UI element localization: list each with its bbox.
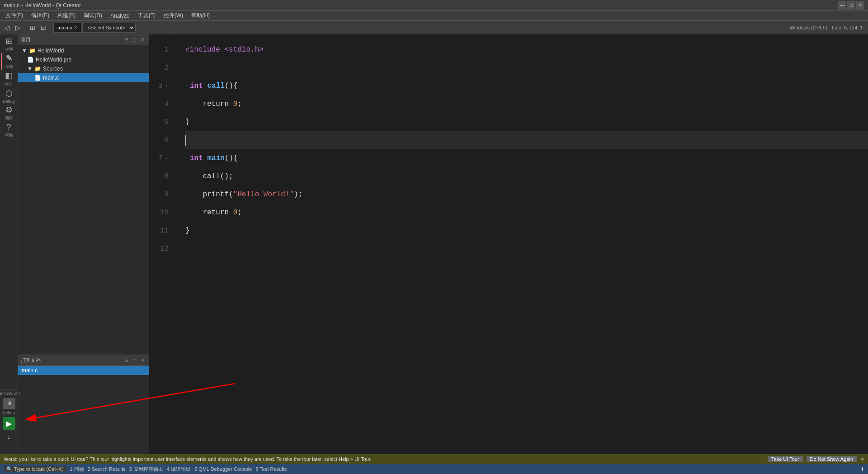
tb-sep-2	[51, 24, 51, 32]
symbol-selector[interactable]: <Select Symbol>	[82, 23, 136, 33]
tree-item-mainc[interactable]: 📄 main.c	[18, 73, 149, 82]
return-val-4: 0	[233, 95, 238, 113]
open-docs-expand-btn[interactable]: □	[131, 357, 138, 364]
test-results-tab[interactable]: 8 Test Results	[255, 466, 287, 472]
menu-item-d[interactable]: 调试(D)	[80, 11, 106, 20]
design-icon: ◧	[5, 71, 13, 81]
line-num-11: 11	[149, 222, 169, 240]
open-docs-icons: ⊟ □ ✕	[123, 357, 146, 364]
project-icon: 📁	[29, 47, 36, 54]
include-keyword: #include	[185, 41, 220, 59]
compile-output-tab[interactable]: 4 编译输出	[167, 466, 191, 473]
line-num-7: 7	[149, 149, 169, 167]
code-line-2	[185, 59, 868, 77]
maximize-button[interactable]: □	[847, 1, 855, 9]
editor-tab-close[interactable]: ✕	[74, 25, 77, 30]
line-num-4: 4	[149, 95, 169, 113]
issues-tab[interactable]: 1 问题	[70, 466, 84, 473]
line-ending-indicator: Windows (CRLF)	[789, 25, 827, 30]
menu-item-e[interactable]: 编辑(E)	[28, 11, 53, 20]
sources-name: Sources	[43, 66, 63, 72]
sidebar-item-design[interactable]: ◧ 设计	[1, 71, 17, 87]
search-input-area[interactable]: 🔍 Type to locate (Ctrl+K)	[4, 466, 66, 472]
code-line-4: return 0 ;	[185, 95, 868, 113]
toolbar-split[interactable]: ⊞	[28, 23, 38, 33]
tour-close-icon[interactable]: ✕	[860, 456, 864, 462]
menu-item-t[interactable]: 工具(T)	[134, 11, 159, 20]
search-placeholder: Type to locate (Ctrl+K)	[14, 466, 64, 472]
line-numbers: 1 2 3 4 5 6 7 8 9 10 11 12	[149, 34, 176, 454]
file-panel-close-btn[interactable]: ✕	[139, 36, 146, 43]
menu-item-f[interactable]: 文件(F)	[2, 11, 27, 20]
file-panel-filter-btn[interactable]: ⊟	[123, 36, 130, 43]
open-doc-mainc[interactable]: main.c	[18, 366, 149, 375]
main-fn-name: main	[207, 149, 224, 167]
menu-item-b[interactable]: 构建(B)	[54, 11, 79, 20]
file-panel-header: 项目 ⊟ □ ✕	[18, 34, 149, 45]
toolbar-back[interactable]: ◁	[2, 23, 12, 33]
sidebar-item-edit[interactable]: ✎ 编辑	[1, 53, 17, 70]
menu-item-analyze[interactable]: Analyze	[107, 12, 133, 20]
return-keyword-4: return	[203, 95, 229, 113]
fold-arrow-7[interactable]: ·	[185, 149, 188, 167]
dismiss-tour-button[interactable]: Do Not Show Again	[807, 456, 857, 462]
line-num-12: 12	[149, 240, 169, 258]
step-button[interactable]: ↓	[3, 431, 15, 442]
fold-arrow-3[interactable]: ·	[185, 77, 188, 95]
sidebar-item-help[interactable]: ? 帮助	[1, 122, 17, 138]
line-num-2: 2	[149, 59, 169, 77]
menu-item-h[interactable]: 帮助(H)	[188, 11, 213, 20]
line-num-10: 10	[149, 204, 169, 222]
line-num-3: 3	[149, 77, 169, 95]
code-line-8: call();	[185, 167, 868, 185]
code-editor[interactable]: 1 2 3 4 5 6 7 8 9 10 11 12 #include <std…	[149, 34, 868, 454]
window-controls: — □ ✕	[838, 1, 864, 9]
code-area[interactable]: 1 2 3 4 5 6 7 8 9 10 11 12 #include <std…	[149, 34, 868, 454]
tb-sep-1	[25, 24, 25, 32]
run-button[interactable]: ▶	[3, 417, 15, 430]
open-docs-title: 打开文档	[21, 357, 41, 364]
line-num-6: 6	[149, 131, 169, 149]
tree-item-sources[interactable]: ▼ 📁 Sources	[18, 64, 149, 73]
tree-item-pro[interactable]: 📄 HelloWorld.pro	[18, 55, 149, 64]
sidebar-projects-label: 项目	[5, 115, 13, 121]
editor-tab-main[interactable]: main.c ✕	[53, 23, 81, 33]
qml-debugger-tab[interactable]: 5 QML Debugger Console	[194, 466, 252, 472]
open-docs-header: 打开文档 ⊟ □ ✕	[18, 355, 149, 366]
pro-icon: 📄	[27, 57, 34, 63]
tour-actions: Take UI Tour Do Not Show Again ✕	[766, 456, 864, 462]
menubar: 文件(F)编辑(E)构建(B)调试(D)Analyze工具(T)控件(W)帮助(…	[0, 11, 868, 21]
tree-item-helloworld[interactable]: ▼ 📁 HelloWorld	[18, 46, 149, 55]
search-results-tab[interactable]: 2 Search Results	[88, 466, 126, 472]
file-panel-header-icons: ⊟ □ ✕	[123, 36, 146, 43]
toolbar-nav[interactable]: ⊟	[38, 23, 48, 33]
sidebar-item-projects[interactable]: ⚙ 项目	[1, 105, 17, 121]
close-brace-5: }	[185, 113, 190, 131]
sidebar-item-welcome[interactable]: ⊞ 欢迎	[1, 36, 17, 52]
app-output-tab[interactable]: 3 应用程序输出	[129, 466, 163, 473]
project-name: HelloWorld	[38, 47, 64, 54]
take-tour-button[interactable]: Take UI Tour	[768, 456, 803, 462]
titlebar: main.c - HelloWorld - Qt Creator — □ ✕	[0, 0, 868, 11]
sidebar-debug-label: Debug	[3, 99, 15, 104]
minimize-button[interactable]: —	[838, 1, 846, 9]
code-line-5: }	[185, 113, 868, 131]
file-panel-expand-btn[interactable]: □	[131, 36, 138, 43]
close-brace-11: }	[185, 222, 190, 240]
cursor-caret	[185, 135, 186, 146]
window-title: main.c - HelloWorld - Qt Creator	[4, 2, 81, 9]
file-tree: ▼ 📁 HelloWorld 📄 HelloWorld.pro ▼ 📁 Sour…	[18, 45, 149, 355]
open-docs-close-btn[interactable]: ✕	[139, 357, 146, 364]
open-docs-filter-btn[interactable]: ⊟	[123, 357, 130, 364]
return-val-10: 0	[233, 204, 238, 222]
menu-item-w[interactable]: 控件(W)	[160, 11, 187, 20]
call-fn-name: call	[207, 77, 224, 95]
toolbar-forward[interactable]: ▷	[13, 23, 23, 33]
line-num-1: 1	[149, 41, 169, 59]
sidebar-item-debug[interactable]: ⬡ Debug	[1, 88, 17, 104]
project-expand-icon: ▼	[22, 47, 27, 54]
code-content[interactable]: #include <stdio.h> · int call (){ return	[176, 34, 868, 454]
tour-message: Would you like to take a quick UI tour? …	[4, 456, 372, 462]
status-left: 🔍 Type to locate (Ctrl+K) 1 问题 2 Search …	[4, 466, 287, 473]
close-button[interactable]: ✕	[856, 1, 864, 9]
